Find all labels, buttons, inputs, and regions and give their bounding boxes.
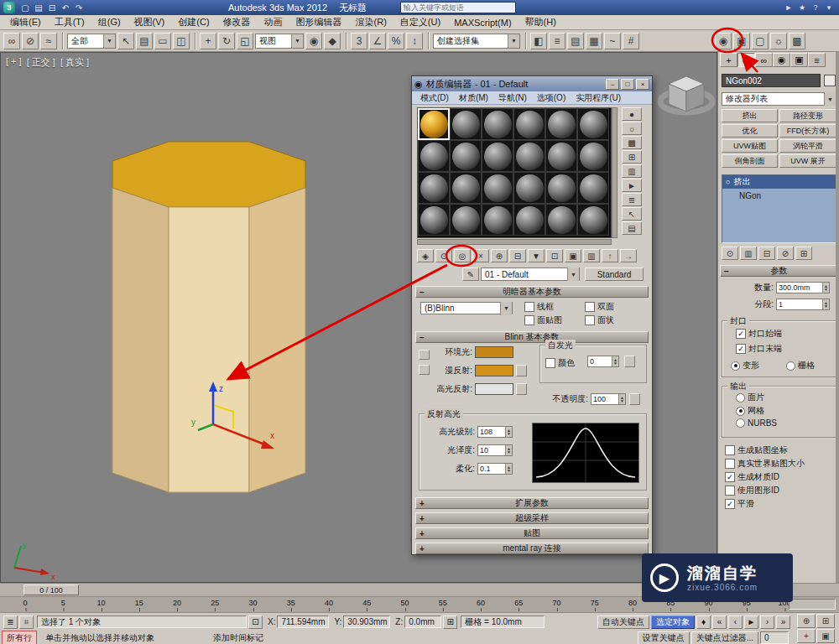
previous-frame-icon[interactable]: ‹ — [728, 615, 743, 629]
assign-material-to-selection-icon[interactable]: ◎ — [454, 249, 471, 262]
app-logo-icon[interactable]: 3 — [3, 2, 15, 13]
material-sample-slot[interactable] — [577, 172, 609, 204]
sample-horizontal-scrollbar[interactable] — [417, 239, 612, 245]
redo-icon[interactable]: ↷ — [72, 2, 86, 13]
window-crossing-icon[interactable]: ◫ — [173, 33, 190, 49]
remove-modifier-icon[interactable]: ⊘ — [777, 247, 794, 260]
show-map-in-viewport-icon[interactable]: ▣ — [565, 249, 581, 262]
viewport-menu-shading[interactable]: [ 真实 ] — [60, 56, 89, 69]
display-tab-icon[interactable]: ▣ — [790, 53, 808, 67]
material-sample-slot[interactable] — [545, 204, 577, 236]
menu-edit[interactable]: 编辑(E) — [3, 15, 48, 30]
material-sample-slot[interactable] — [450, 172, 482, 204]
opacity-map-button[interactable] — [629, 393, 640, 405]
mental-ray-connection-rollout[interactable]: +mental ray 连接 — [415, 543, 649, 554]
menu-graph-editors[interactable]: 图形编辑器 — [289, 15, 349, 30]
cap-end-checkbox[interactable]: 封口末端 — [736, 343, 782, 355]
infocenter-dropdown-icon[interactable]: ▾ — [822, 2, 836, 13]
menu-views[interactable]: 视图(V) — [128, 15, 172, 30]
menu-create[interactable]: 创建(C) — [171, 15, 216, 30]
output-patch-radio[interactable]: 面片 — [736, 392, 764, 403]
material-type-button[interactable]: Standard — [585, 267, 644, 281]
menu-help[interactable]: 帮助(H) — [519, 15, 563, 30]
go-to-parent-icon[interactable]: ↑ — [602, 249, 618, 262]
object-color-swatch[interactable] — [824, 75, 836, 86]
align-icon[interactable]: ≡ — [549, 33, 565, 49]
modifier-stack[interactable]: ○ 挤出 NGon — [722, 174, 836, 243]
me-menu-utilities[interactable]: 实用程序(U) — [571, 92, 626, 104]
material-sample-slot[interactable] — [482, 204, 513, 236]
listener-icon[interactable]: ≣ — [3, 615, 18, 629]
set-key-button[interactable]: 设置关键点 — [638, 631, 690, 644]
transform-gizmo[interactable]: z x y — [190, 378, 299, 479]
next-frame-icon[interactable]: › — [760, 615, 774, 629]
go-to-start-icon[interactable]: « — [712, 615, 727, 629]
infocenter-search-input[interactable]: 输入关键字或短语 — [400, 2, 516, 13]
new-scene-icon[interactable]: ▢ — [18, 2, 32, 13]
supersampling-rollout[interactable]: +超级采样 — [415, 512, 649, 524]
material-sample-slot[interactable] — [418, 172, 450, 204]
modify-tab-icon[interactable]: ◎ — [737, 53, 755, 67]
select-and-manipulate-icon[interactable]: ◆ — [324, 33, 341, 49]
object-name-field[interactable]: NGon002 — [722, 74, 821, 87]
material-sample-slot[interactable] — [450, 204, 482, 236]
face-map-checkbox[interactable]: 面贴图 — [524, 314, 562, 326]
modifier-button-uvw-unwrap[interactable]: UVW 展开 — [779, 154, 836, 168]
viewport-menu-general[interactable]: [ + ] — [6, 56, 22, 69]
cap-start-checkbox[interactable]: 封口始端 — [736, 328, 782, 340]
add-time-tag[interactable]: 添加时间标记 — [213, 632, 263, 644]
menu-customize[interactable]: 自定义(U) — [393, 15, 447, 30]
time-slider-handle[interactable]: 0 / 100 — [23, 584, 79, 595]
faceted-checkbox[interactable]: 面状 — [585, 314, 614, 326]
make-material-copy-icon[interactable]: ⊕ — [491, 249, 508, 262]
open-file-icon[interactable]: ▤ — [32, 2, 45, 13]
two-sided-checkbox[interactable]: 双面 — [585, 301, 614, 313]
coordinate-system-dropdown[interactable]: 视图▼ — [255, 34, 304, 49]
material-editor-title-bar[interactable]: ◉ 材质编辑器 - 01 - Default – □ × — [412, 76, 652, 91]
modifier-button-path-deform[interactable]: 路径变形 — [779, 109, 836, 122]
material-editor-icon[interactable]: ◉ — [715, 33, 732, 49]
utilities-tab-icon[interactable]: ≡ — [808, 53, 826, 67]
make-preview-icon[interactable]: ► — [622, 179, 642, 192]
sample-vertical-scrollbar[interactable] — [612, 107, 618, 238]
chevron-down-icon[interactable]: ▼ — [567, 267, 579, 281]
material-sample-slot[interactable] — [577, 140, 609, 172]
material-sample-slot[interactable] — [450, 140, 482, 172]
opacity-spinner[interactable]: 100▲▼ — [591, 393, 626, 405]
modifier-button-extrude[interactable]: 挤出 — [722, 109, 778, 122]
material-id-channel-icon[interactable]: ⊡ — [546, 249, 563, 262]
show-end-result-stack-icon[interactable]: ▥ — [740, 247, 757, 260]
maxscript-mini-listener[interactable]: 所有行 — [2, 631, 37, 644]
percent-snap-icon[interactable]: % — [388, 33, 404, 49]
output-nurbs-radio[interactable]: NURBS — [736, 418, 777, 428]
material-sample-slot[interactable] — [577, 204, 609, 236]
modifier-button-ffd-box[interactable]: FFD(长方体) — [779, 124, 836, 138]
z-coordinate-field[interactable]: 0.0mm — [404, 615, 441, 628]
material-sample-slot[interactable] — [513, 172, 545, 204]
glossiness-spinner[interactable]: 10▲▼ — [477, 444, 513, 456]
background-icon[interactable]: ▩ — [622, 136, 642, 149]
generate-mapping-coords-checkbox[interactable]: 生成贴图坐标 — [725, 444, 788, 456]
auto-key-button[interactable]: 自动关键点 — [597, 615, 649, 629]
amount-spinner[interactable]: 300.0mm▲▼ — [776, 282, 830, 293]
y-coordinate-field[interactable]: 30.903mm — [343, 615, 390, 628]
real-world-map-size-checkbox[interactable]: 真实世界贴图大小 — [725, 458, 805, 470]
layer-manager-icon[interactable]: ▤ — [567, 33, 584, 49]
menu-animation[interactable]: 动画 — [258, 15, 289, 30]
chevron-down-icon[interactable]: ▼ — [824, 92, 836, 106]
me-menu-material[interactable]: 材质(M) — [454, 92, 493, 104]
material-sample-slot[interactable] — [482, 140, 513, 172]
material-sample-slot[interactable] — [418, 204, 450, 236]
output-mesh-radio[interactable]: 网格 — [736, 405, 764, 417]
modifier-visibility-icon[interactable]: ○ — [726, 178, 730, 186]
pin-stack-icon[interactable]: ⊙ — [722, 247, 738, 260]
chevron-down-icon[interactable]: ▼ — [103, 34, 115, 48]
render-production-icon[interactable]: ☼ — [770, 33, 787, 49]
parameters-rollout-header[interactable]: −参数 — [720, 265, 838, 277]
extended-params-rollout[interactable]: +扩展参数 — [415, 497, 649, 509]
viewport-menu-pov[interactable]: [ 正交 ] — [27, 56, 55, 69]
material-name-dropdown[interactable]: 01 - Default▼ — [481, 267, 580, 281]
maximize-viewport-icon[interactable]: ▣ — [816, 629, 835, 643]
graphite-ribbon-icon[interactable]: ▦ — [586, 33, 602, 49]
help-icon[interactable]: ? — [809, 2, 822, 13]
